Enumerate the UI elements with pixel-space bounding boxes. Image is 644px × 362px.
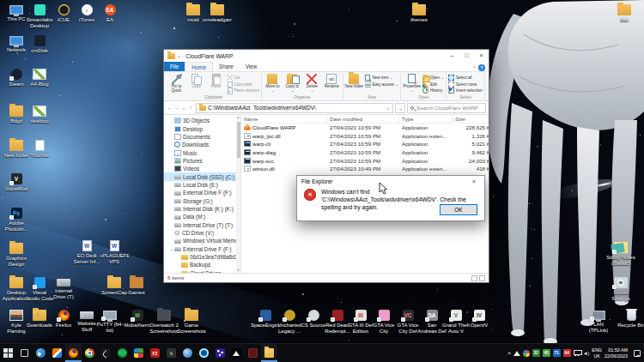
gallery-app[interactable] [131,344,147,362]
view-details-icon[interactable] [471,275,477,281]
copy-path-button[interactable]: Copy path [227,81,259,88]
file-row[interactable]: CloudFlare WARP27/04/2023 10:59 PMApplic… [241,124,489,132]
blue-orb-app[interactable] [179,344,196,362]
file-row[interactable]: wintun.dll27/04/2023 10:49 PMApplication… [241,165,489,173]
select-all-button[interactable]: Select all [448,75,482,81]
desktop-icon-themes[interactable]: themes [404,4,434,23]
mountain-tray-icon[interactable] [513,351,520,356]
back-icon[interactable]: ← [167,105,173,112]
nav-scrollbar[interactable]: ▴ ▾ [236,115,240,273]
nav-item-backups[interactable]: Backups [164,261,240,268]
desktop-icon-sticky-notes[interactable]: Sticky Notes (classic) [606,242,635,267]
photos-app[interactable] [49,344,65,362]
nav-scrollbar-thumb[interactable] [237,122,240,158]
pin-to-quick-access-button[interactable]: Pin to Quick access [167,73,186,94]
language-indicator[interactable]: ENGUK [592,347,602,359]
cut-button[interactable]: Cut [227,75,259,81]
minimize-button[interactable]: – [445,50,459,62]
red-badge-64[interactable]: 64 [563,349,571,357]
green-badge-32[interactable]: 32 [532,349,540,357]
tab-view[interactable]: View [240,62,264,71]
desktop-icon-mobaxterm[interactable]: MMobaXterm [123,310,152,329]
desktop-icon-css[interactable]: css [610,4,639,23]
nav-item-windows-virtual-memory[interactable]: Windows Virtual Memory ( [164,237,240,244]
explorer-titlebar[interactable]: ▾ | CloudFlare WARP – □ × [164,50,489,62]
invert-selection-button[interactable]: Invert selection [448,87,482,94]
nav-item-music[interactable]: Music [164,148,240,156]
mountain-app[interactable] [228,344,245,362]
address-dropdown-icon[interactable]: ⌄ [386,105,390,111]
up-icon[interactable]: ↑ [187,105,194,112]
tab-file[interactable]: File [164,62,185,71]
desktop-icon-overwatch2-screenshots[interactable]: Overwatch 2 Screenshots [149,310,179,335]
nav-item-06d1e3ea7d98a8d38c5652fe[interactable]: 06d1e3ea7d98a8d38c5652fe [164,253,240,261]
taskbar-clock[interactable]: 01:50 AM22/06/2023 [605,347,628,359]
column-header-name[interactable]: Name [241,115,327,123]
collapse-ribbon-icon[interactable]: ^ [473,65,476,70]
nav-item-internal-disk-k-k[interactable]: Internal Disk (K:) (K:) [164,205,240,213]
rename-button[interactable]: Rename [322,73,342,88]
address-input[interactable]: C:\Windows\AAct_Tools\wdvdriver\x64WDV\ … [196,103,393,113]
search-input[interactable]: Search CloudFlare WARP [407,103,486,113]
close-button[interactable]: × [474,50,489,62]
desktop-icon-openiv[interactable]: IVOpenIV [465,310,494,329]
new-item-button[interactable]: New item⌄ [365,75,399,81]
dialog-titlebar[interactable]: File Explorer × [297,176,484,186]
move-to-button[interactable]: Move to⌄ [263,73,283,93]
desktop-icon-thumbs[interactable]: Thumbs [25,140,54,159]
nav-item-local-disk-ssd-c[interactable]: Local Disk (SSD) (C:) [164,172,240,180]
action-center-icon[interactable] [634,350,641,357]
desktop-icon-ea[interactable]: EAEA [95,4,125,23]
volume-tray-icon[interactable]: ◄ [583,351,590,356]
nav-item-cd-drive-v[interactable]: CD Drive (V:) [164,229,240,237]
blue-swirl-app[interactable] [33,344,49,362]
nav-item-downloads[interactable]: Downloads [164,141,240,148]
color-wheel-tray-icon[interactable] [523,350,530,357]
nav-item-internal-drive-t-t[interactable]: Internal Drive (T) (T:) [164,220,240,228]
select-none-button[interactable]: Select none [448,81,482,88]
maximize-button[interactable]: □ [459,50,474,62]
view-thumbnails-icon[interactable] [479,275,485,281]
filezilla-app[interactable]: FZ [147,344,163,362]
desktop-icon-desktop-file[interactable]: desktop [25,106,54,124]
desktop-icon-putty[interactable]: PuTTY (64-bit) [95,310,125,334]
nav-item-data-m[interactable]: Data (M:) [164,213,240,220]
camera-app[interactable] [196,344,212,362]
molecule-app[interactable] [212,344,228,362]
tab-share[interactable]: Share [213,62,240,71]
desktop-icon-cmdisk[interactable]: cmDisk [25,35,54,54]
dialog-close-icon[interactable]: × [468,178,480,185]
paste-button[interactable]: Paste [206,73,226,88]
forward-icon[interactable]: → [173,105,180,112]
desktop-icon-game-screenshots[interactable]: Game Screenshots [177,310,206,335]
help-icon[interactable]: ? [478,64,485,71]
delete-button[interactable]: Delete⌄ [302,73,322,93]
satellite-app[interactable] [98,344,114,362]
tab-home[interactable]: Home [185,62,213,71]
spotify-app[interactable] [114,344,131,362]
file-row[interactable]: warp_ipc.dll27/04/2023 10:59 PMApplicati… [241,132,489,141]
properties-button[interactable]: Properties⌄ [402,73,422,93]
file-row[interactable]: warp-svc27/04/2023 10:59 PMApplication24… [241,156,489,165]
nav-item-videos[interactable]: Videos [164,165,240,172]
desktop-icon-lan-tplink[interactable]: LAN (TPLink) [584,310,613,334]
column-header-size[interactable]: Size [453,115,489,123]
ok-button[interactable]: OK [440,204,477,215]
desktop-icon-games[interactable]: Games [122,277,151,296]
tray-expand-icon[interactable]: ^ [507,351,511,356]
open-button[interactable]: Open⌄ [422,75,444,81]
go-button[interactable]: → [395,103,405,113]
copy-to-button[interactable]: Copy to⌄ [283,73,302,93]
nav-item-pictures[interactable]: Pictures [164,157,240,165]
desktop-icon-sound-settings[interactable]: Sound Settings [606,277,635,302]
desktop-icon-recycle-bin[interactable]: Recycle Bin [617,310,644,329]
desktop-icon-voicemod[interactable]: VVoiceMod [2,173,31,192]
file-row[interactable]: warp-diag27/04/2023 10:59 PMApplication9… [241,148,489,157]
start-button[interactable] [0,344,16,362]
nav-item-desktop[interactable]: Desktop [164,124,240,132]
green-badge-45[interactable]: 45 [543,349,550,357]
easy-access-button[interactable]: Easy access⌄ [365,81,399,88]
copy-button[interactable]: Copy [186,73,206,88]
desktop-icon-graphics-design[interactable]: Graphics Design [2,243,31,268]
new-folder-button[interactable]: New folder [344,73,364,88]
